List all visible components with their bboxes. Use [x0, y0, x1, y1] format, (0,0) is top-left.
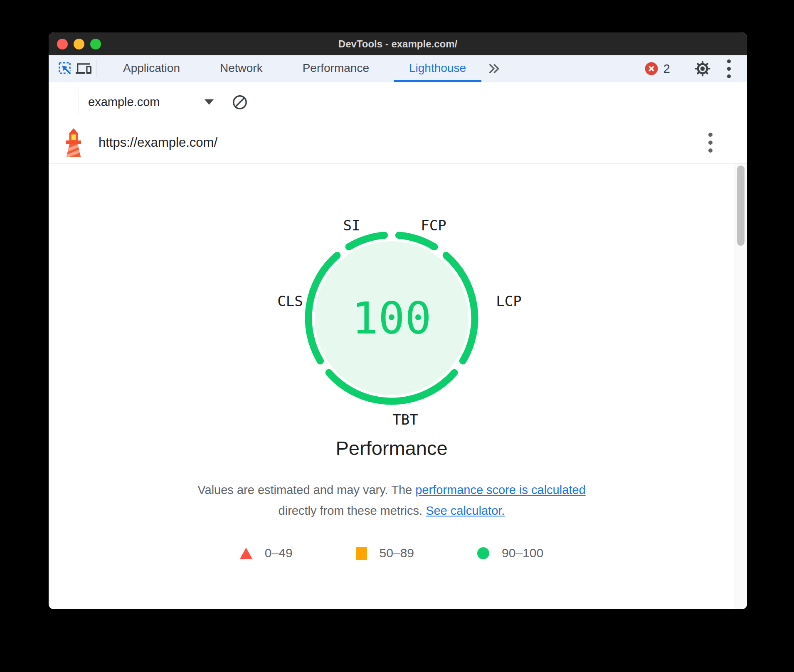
settings-button[interactable] — [694, 60, 711, 77]
category-title: Performance — [49, 437, 735, 460]
target-toolbar: plus example.com — [49, 82, 747, 122]
tab-network[interactable]: Network — [200, 55, 283, 82]
see-calculator-link[interactable]: See calculator. — [426, 504, 505, 517]
chevron-double-right-icon — [487, 62, 501, 76]
pass-circle-icon — [477, 547, 489, 559]
devtools-menu-button[interactable] — [720, 59, 737, 78]
disclaimer-text: directly from these metrics. — [279, 504, 426, 517]
toolbar-right-cluster: 2 — [645, 59, 747, 78]
metric-label-cls: CLS — [277, 293, 303, 309]
legend-label: 0–49 — [265, 546, 293, 560]
toggle-device-toolbar-button[interactable] — [74, 58, 93, 79]
tab-lighthouse[interactable]: Lighthouse — [389, 55, 486, 82]
window-title: DevTools - example.com/ — [49, 38, 747, 50]
error-count: 2 — [663, 62, 670, 76]
score-calculation-link[interactable]: performance score is calculated — [415, 483, 585, 497]
target-select[interactable]: example.com — [88, 90, 214, 115]
average-square-icon — [356, 547, 367, 560]
panel-tabs: Application Network Performance Lighthou… — [103, 55, 486, 82]
console-errors-button[interactable]: 2 — [645, 62, 670, 76]
metric-label-si: SI — [343, 217, 360, 234]
report-url: https://example.com/ — [99, 135, 217, 150]
legend-item-average: 50–89 — [356, 546, 414, 560]
legend-item-pass: 90–100 — [477, 546, 543, 560]
fail-triangle-icon — [240, 548, 252, 559]
error-icon — [645, 62, 658, 75]
report-menu-button[interactable] — [702, 133, 719, 153]
toolbar-divider — [96, 60, 96, 77]
tabs-toolbar: Application Network Performance Lighthou… — [49, 55, 747, 82]
clear-button[interactable] — [232, 94, 248, 110]
performance-gauge: 100 SI FCP LCP CLS TBT — [246, 211, 537, 436]
metric-label-fcp: FCP — [421, 217, 446, 234]
toolbar-divider — [79, 89, 79, 115]
lighthouse-logo-icon — [59, 128, 89, 158]
devtools-window: DevTools - example.com/ Application Netw… — [49, 32, 747, 609]
block-icon — [232, 94, 248, 110]
scrollbar-track[interactable] — [735, 163, 747, 609]
titlebar: DevTools - example.com/ — [49, 32, 747, 55]
inspect-icon — [58, 61, 73, 76]
tab-application[interactable]: Application — [103, 55, 200, 82]
inspect-element-button[interactable] — [56, 58, 74, 79]
scrollbar-thumb[interactable] — [737, 166, 745, 246]
disclaimer-text: Values are estimated and may vary. The — [197, 483, 415, 497]
gear-icon — [694, 60, 711, 77]
target-select-value: example.com — [88, 95, 160, 109]
metric-label-tbt: TBT — [392, 411, 418, 428]
legend-label: 90–100 — [502, 546, 543, 560]
more-tabs-button[interactable] — [487, 62, 501, 76]
legend-item-fail: 0–49 — [240, 546, 293, 560]
report-header: https://example.com/ — [49, 122, 747, 163]
add-target-button[interactable]: plus — [55, 91, 74, 114]
metric-label-lcp: LCP — [496, 293, 521, 309]
chevron-down-icon — [205, 99, 214, 105]
device-toolbar-icon — [76, 61, 91, 77]
toolbar-divider — [682, 60, 682, 77]
tab-performance[interactable]: Performance — [283, 55, 389, 82]
legend-label: 50–89 — [380, 546, 414, 560]
lighthouse-report: 100 SI FCP LCP CLS TBT Performance Value… — [49, 163, 747, 609]
score-disclaimer: Values are estimated and may vary. The p… — [182, 479, 602, 521]
score-legend: 0–49 50–89 90–100 — [49, 546, 735, 560]
performance-score: 100 — [296, 222, 487, 414]
